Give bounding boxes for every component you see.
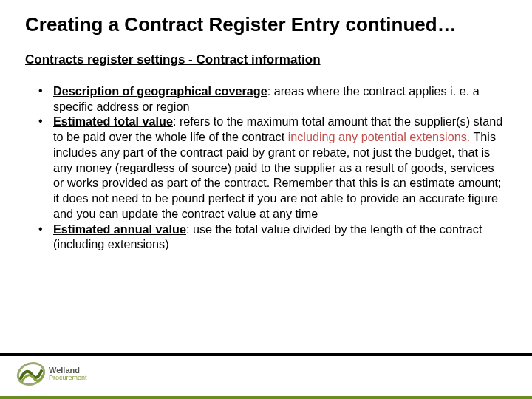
bullet-text-highlight: including any potential extensions.	[288, 130, 471, 143]
footer: Welland Procurement	[0, 353, 532, 399]
list-item: Estimated total value: refers to the max…	[38, 114, 507, 221]
logo-text: Welland Procurement	[49, 366, 87, 381]
section-heading: Contracts register settings - Contract i…	[25, 52, 507, 67]
slide: Creating a Contract Register Entry conti…	[0, 0, 532, 399]
list-item: Description of geographical coverage: ar…	[38, 83, 507, 114]
bullet-label: Description of geographical coverage	[53, 84, 267, 98]
logo-line2: Procurement	[49, 375, 87, 381]
brand-logo: Welland Procurement	[16, 359, 87, 389]
bullet-list: Description of geographical coverage: ar…	[25, 83, 507, 252]
footer-rule-bottom	[0, 396, 532, 399]
bullet-label: Estimated total value	[53, 115, 173, 128]
page-title: Creating a Contract Register Entry conti…	[25, 13, 507, 36]
bullet-label: Estimated annual value	[53, 222, 186, 236]
bullet-text-post: This includes any part of the contract p…	[53, 130, 501, 220]
footer-body: Welland Procurement	[0, 356, 532, 396]
list-item: Estimated annual value: use the total va…	[38, 222, 507, 252]
wave-icon	[16, 359, 46, 389]
